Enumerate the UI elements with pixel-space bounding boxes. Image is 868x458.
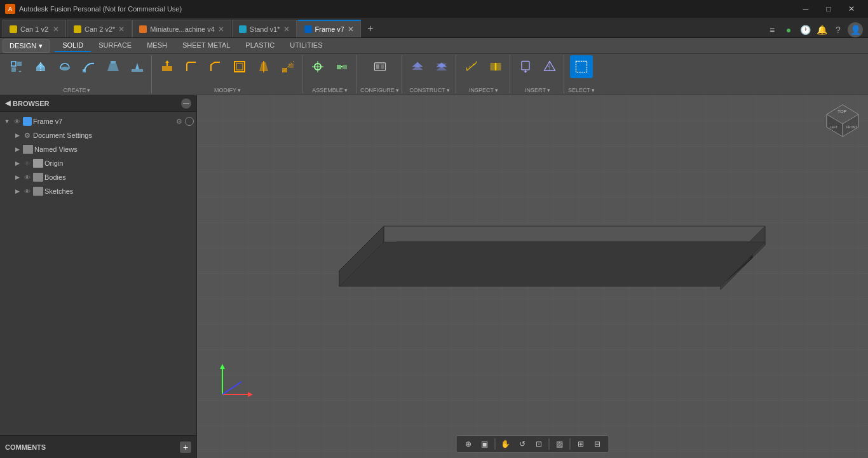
- maximize-button[interactable]: □: [817, 0, 840, 18]
- modify-label[interactable]: MODIFY ▾: [214, 87, 241, 93]
- configure-icon: [373, 60, 387, 74]
- comments-section[interactable]: COMMENTS: [5, 443, 46, 451]
- browser-back-icon[interactable]: ◀: [5, 99, 10, 107]
- configure-label[interactable]: CONFIGURE ▾: [360, 87, 399, 93]
- vp-btn-2[interactable]: ▣: [477, 437, 492, 451]
- sweep-button[interactable]: [78, 55, 100, 78]
- tree-item-root[interactable]: ▼ 👁 Frame v7 ⚙: [0, 114, 196, 128]
- tab-close-can2[interactable]: ✕: [118, 25, 125, 34]
- inspect-label[interactable]: INSPECT ▾: [469, 87, 498, 93]
- tree-item-sketches[interactable]: ▶ 👁 Sketches: [0, 184, 196, 198]
- comments-label-text: COMMENTS: [5, 443, 46, 451]
- tab-icon-can1: [10, 25, 17, 33]
- tab-close-frame[interactable]: ✕: [348, 25, 354, 34]
- close-button[interactable]: ✕: [840, 0, 863, 18]
- tab-close-mini[interactable]: ✕: [218, 25, 224, 34]
- joint-button[interactable]: [306, 55, 329, 78]
- vp-divider-1: [495, 438, 496, 450]
- pan-button[interactable]: ⊕: [461, 437, 476, 451]
- tree-eye-sketches[interactable]: 👁: [23, 187, 32, 196]
- tree-expand-root[interactable]: ▼: [3, 117, 11, 126]
- construct-label[interactable]: CONSTRUCT ▾: [409, 87, 450, 93]
- tree-vis-root[interactable]: [185, 117, 194, 126]
- revolve-button[interactable]: [53, 55, 76, 78]
- select-label[interactable]: SELECT ▾: [568, 87, 595, 93]
- tree-expand-named-views[interactable]: ▶: [13, 145, 22, 154]
- toolbar-tab-sheet_metal[interactable]: SHEET METAL: [175, 39, 238, 52]
- clock-icon[interactable]: 🕐: [798, 23, 812, 37]
- tab-close-can1[interactable]: ✕: [53, 25, 59, 34]
- help-icon[interactable]: ?: [831, 23, 845, 37]
- configure-button[interactable]: [369, 55, 391, 78]
- tree-expand-bodies[interactable]: ▶: [13, 173, 22, 182]
- display-settings-button[interactable]: ▨: [552, 437, 567, 451]
- viewport[interactable]: TOP LEFT FRONT ⊕ ▣ ✋ ↺ ⊡ ▨ ⊞ ⊟: [197, 95, 868, 458]
- toolbar-tab-utilities[interactable]: UTILITIES: [282, 39, 330, 52]
- shell-button[interactable]: [228, 55, 251, 78]
- create-label[interactable]: CREATE ▾: [64, 87, 91, 93]
- browser-minimize-button[interactable]: —: [181, 98, 191, 109]
- tree-eye-root[interactable]: 👁: [13, 117, 22, 126]
- scale-button[interactable]: [276, 55, 299, 78]
- online-icon[interactable]: ●: [782, 23, 796, 37]
- sweep-icon: [82, 60, 96, 74]
- tree-item-doc-settings[interactable]: ▶ ⚙ Document Settings: [0, 128, 196, 142]
- user-icon[interactable]: 👤: [848, 22, 863, 37]
- minimize-button[interactable]: ─: [794, 0, 817, 18]
- tab-close-stand[interactable]: ✕: [283, 25, 290, 34]
- toolbar-tab-solid[interactable]: SOLID: [55, 39, 91, 52]
- select-group: SELECT ▾: [566, 55, 597, 93]
- offset-plane-icon: [410, 60, 424, 74]
- chamfer-button[interactable]: [204, 55, 227, 78]
- notification-icon[interactable]: 🔔: [815, 23, 829, 37]
- tree-expand-origin[interactable]: ▶: [13, 159, 22, 168]
- press-pull-button[interactable]: [156, 55, 179, 78]
- grid-options-button[interactable]: ⊟: [590, 437, 605, 451]
- insert-mesh-button[interactable]: +: [538, 55, 561, 78]
- midplane-button[interactable]: [430, 55, 453, 78]
- tab-can2[interactable]: Can 2 v2* ✕: [67, 20, 132, 37]
- insert-derive-button[interactable]: [514, 55, 537, 78]
- interference-icon: [489, 60, 503, 74]
- tree-gear-doc[interactable]: ⚙: [23, 131, 32, 140]
- fillet-button[interactable]: [180, 55, 203, 78]
- tree-expand-sketches[interactable]: ▶: [13, 187, 22, 196]
- assemble-label[interactable]: ASSEMBLE ▾: [312, 87, 348, 93]
- design-button[interactable]: DESIGN ▾: [3, 39, 50, 53]
- tree-item-origin[interactable]: ▶ 👁 Origin: [0, 156, 196, 170]
- rib-button[interactable]: [126, 55, 149, 78]
- tree-item-bodies[interactable]: ▶ 👁 Bodies: [0, 170, 196, 184]
- tree-expand-doc[interactable]: ▶: [13, 131, 22, 140]
- svg-rect-11: [132, 69, 143, 72]
- hand-button[interactable]: ✋: [498, 437, 513, 451]
- view-cube[interactable]: TOP LEFT FRONT: [824, 102, 862, 140]
- insert-label[interactable]: INSERT ▾: [525, 87, 550, 93]
- new-tab-button[interactable]: +: [362, 20, 379, 37]
- add-comment-button[interactable]: +: [180, 441, 191, 453]
- draft-button[interactable]: [252, 55, 275, 78]
- interference-button[interactable]: [484, 55, 507, 78]
- configure-group: CONFIGURE ▾: [358, 55, 402, 93]
- measure-button[interactable]: [460, 55, 483, 78]
- grid-toggle-button[interactable]: ⊞: [573, 437, 588, 451]
- tab-list-icon[interactable]: ≡: [765, 23, 779, 37]
- as-built-joint-button[interactable]: [330, 55, 353, 78]
- loft-button[interactable]: [102, 55, 125, 78]
- select-button[interactable]: [570, 55, 593, 78]
- extrude-button[interactable]: [29, 55, 52, 78]
- orbit-button[interactable]: ↺: [515, 437, 530, 451]
- tree-eye-origin[interactable]: 👁: [23, 159, 32, 168]
- new-component-button[interactable]: +: [5, 55, 28, 78]
- tab-mini[interactable]: Miniature...achine v4 ✕: [132, 20, 231, 37]
- toolbar-tab-surface[interactable]: SURFACE: [91, 39, 139, 52]
- toolbar-tab-mesh[interactable]: MESH: [139, 39, 175, 52]
- tree-gear-root[interactable]: ⚙: [175, 117, 184, 126]
- tree-item-named-views[interactable]: ▶ Named Views: [0, 142, 196, 156]
- tree-eye-bodies[interactable]: 👁: [23, 173, 32, 182]
- tab-can1[interactable]: Can 1 v2 ✕: [3, 20, 66, 37]
- toolbar-tab-plastic[interactable]: PLASTIC: [238, 39, 282, 52]
- zoom-fit-button[interactable]: ⊡: [531, 437, 546, 451]
- offset-plane-button[interactable]: [406, 55, 429, 78]
- tab-stand[interactable]: Stand v1* ✕: [232, 20, 297, 37]
- tab-frame[interactable]: Frame v7 ✕: [297, 20, 361, 37]
